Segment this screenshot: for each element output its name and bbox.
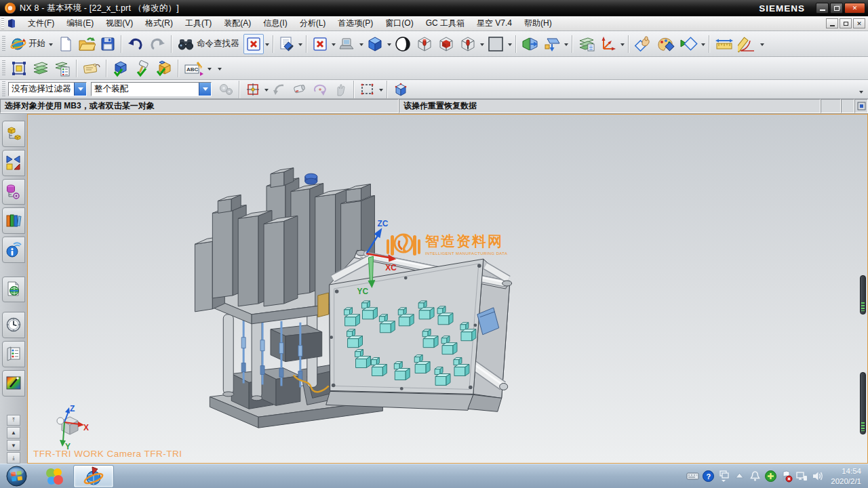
chevron-down-icon[interactable] xyxy=(359,43,363,48)
right-scroll-thumb[interactable] xyxy=(860,372,866,434)
select-rect-icon[interactable] xyxy=(8,58,30,79)
toolbar-grip[interactable] xyxy=(2,60,5,77)
undo-icon[interactable] xyxy=(125,34,146,54)
verify-tool-icon[interactable] xyxy=(132,58,153,79)
save-icon[interactable] xyxy=(98,34,118,54)
verify-assembly-icon[interactable] xyxy=(153,58,175,79)
child-restore-icon[interactable] xyxy=(840,18,852,28)
windows-stack-icon[interactable] xyxy=(717,470,730,483)
edit-section-icon[interactable] xyxy=(541,34,563,54)
chevron-down-icon[interactable] xyxy=(480,43,484,48)
web-browser-icon[interactable] xyxy=(2,277,25,303)
chevron-down-icon[interactable] xyxy=(264,89,269,94)
menu-item-format[interactable]: 格式(R) xyxy=(139,16,179,30)
cad-model[interactable]: ZC XC YC xyxy=(28,115,867,463)
chevron-down-icon[interactable] xyxy=(508,43,512,48)
minimize-icon[interactable] xyxy=(816,3,829,14)
chevron-down-icon[interactable] xyxy=(760,43,764,48)
restore-icon[interactable] xyxy=(830,3,843,14)
menu-item-view[interactable]: 视图(V) xyxy=(100,16,139,30)
show-hide-icon[interactable] xyxy=(435,34,457,54)
assembly-navigator-icon[interactable] xyxy=(2,121,25,147)
child-close-icon[interactable]: ✕ xyxy=(853,18,865,28)
chevron-down-icon[interactable] xyxy=(387,43,391,48)
show-object-icon[interactable] xyxy=(457,34,479,54)
background-icon[interactable] xyxy=(485,34,507,54)
child-minimize-icon[interactable] xyxy=(826,18,838,28)
shaded-cube-icon[interactable] xyxy=(364,34,386,54)
measure-angle-icon[interactable] xyxy=(736,34,759,54)
action-flag-icon[interactable] xyxy=(780,470,793,483)
layer-settings-icon[interactable] xyxy=(52,58,73,79)
animation-play-icon[interactable] xyxy=(677,34,700,54)
status-select-icon[interactable] xyxy=(854,99,868,113)
menu-item-preferences[interactable]: 首选项(P) xyxy=(332,16,379,30)
taskbar-clock[interactable]: 14:54 2020/2/1 xyxy=(831,466,861,487)
chevron-down-icon[interactable] xyxy=(379,89,383,94)
type-filter-combo[interactable]: 没有选择过滤器 xyxy=(8,82,87,96)
right-scroll-thumb[interactable] xyxy=(860,275,866,314)
binoculars-icon[interactable]: 命令查找器 xyxy=(175,34,243,54)
menu-item-file[interactable]: 文件(F) xyxy=(22,16,60,30)
chevron-down-icon[interactable] xyxy=(564,43,568,48)
start-orb-icon[interactable] xyxy=(6,466,27,487)
palette-icon[interactable] xyxy=(654,34,677,54)
touch-window-icon[interactable] xyxy=(243,34,264,54)
section-view-icon[interactable] xyxy=(519,34,541,54)
toolbar-overflow-icon[interactable] xyxy=(859,91,863,96)
snap-point-icon[interactable] xyxy=(243,79,263,100)
measure-distance-icon[interactable] xyxy=(713,34,736,54)
scroll-top-icon[interactable]: ⤒ xyxy=(7,415,20,426)
graphics-window[interactable]: ZC XC YC 智造资料网 xyxy=(27,114,868,464)
close-icon[interactable]: ✕ xyxy=(844,3,865,14)
toolbar-grip[interactable] xyxy=(2,81,5,98)
display-mode-icon[interactable] xyxy=(336,34,358,54)
hide-object-icon[interactable] xyxy=(414,34,435,54)
menu-item-plugin[interactable]: 星空 V7.4 xyxy=(471,16,518,30)
scroll-bottom-icon[interactable]: ⤓ xyxy=(7,452,20,464)
constraint-navigator-icon[interactable] xyxy=(2,150,25,176)
help-icon[interactable]: ? xyxy=(702,470,715,483)
reuse-library-icon[interactable] xyxy=(2,207,25,234)
toolbar-grip[interactable] xyxy=(2,36,5,52)
render-style-icon[interactable] xyxy=(392,34,414,54)
nx-task-button[interactable] xyxy=(73,465,114,488)
menu-item-tools[interactable]: 工具(T) xyxy=(179,16,218,30)
tag-note-icon[interactable] xyxy=(80,58,103,79)
window-refresh-icon[interactable] xyxy=(310,34,330,54)
menu-item-window[interactable]: 窗口(O) xyxy=(379,16,419,30)
volume-icon[interactable] xyxy=(811,470,824,483)
rotate-point-icon[interactable] xyxy=(310,79,330,100)
hidden-icons-icon[interactable] xyxy=(733,470,746,483)
palettes-icon[interactable] xyxy=(2,341,25,367)
open-folder-icon[interactable] xyxy=(76,34,98,54)
text-edit-icon[interactable]: ABC xyxy=(182,58,206,79)
menu-item-gc-toolbox[interactable]: GC 工具箱 xyxy=(420,16,471,30)
hd3d-tools-icon[interactable] xyxy=(2,237,25,263)
antivirus-icon[interactable] xyxy=(764,470,777,483)
network-icon[interactable] xyxy=(795,470,808,483)
chevron-down-icon[interactable] xyxy=(332,43,336,48)
combo-arrow-icon[interactable] xyxy=(199,83,211,96)
menu-grip[interactable] xyxy=(1,18,4,29)
chevron-down-icon[interactable] xyxy=(298,43,302,48)
view-triad[interactable]: Z X Y xyxy=(47,403,90,452)
chevron-down-icon[interactable] xyxy=(265,43,269,48)
toolbar-overflow-icon[interactable] xyxy=(218,68,222,73)
start-globe-icon[interactable]: 开始 xyxy=(8,34,56,54)
scroll-down-icon[interactable]: ▼ xyxy=(7,440,20,451)
chevron-down-icon[interactable] xyxy=(208,68,212,73)
solid-cube-icon[interactable] xyxy=(391,79,411,100)
redo-icon[interactable] xyxy=(146,34,168,54)
menu-item-assemblies[interactable]: 装配(A) xyxy=(218,16,257,30)
recall-arrow-icon[interactable] xyxy=(269,79,290,100)
menu-item-edit[interactable]: 编辑(E) xyxy=(60,16,100,30)
rect-select-icon[interactable] xyxy=(357,79,378,100)
menu-item-information[interactable]: 信息(I) xyxy=(257,16,293,30)
scope-combo[interactable]: 整个装配 xyxy=(91,82,212,96)
gears-icon[interactable] xyxy=(216,79,236,100)
layer-stack-icon[interactable] xyxy=(30,58,52,79)
verify-part-icon[interactable] xyxy=(110,58,132,79)
chevron-down-icon[interactable] xyxy=(701,43,705,48)
drag-hand-icon[interactable] xyxy=(330,79,351,100)
